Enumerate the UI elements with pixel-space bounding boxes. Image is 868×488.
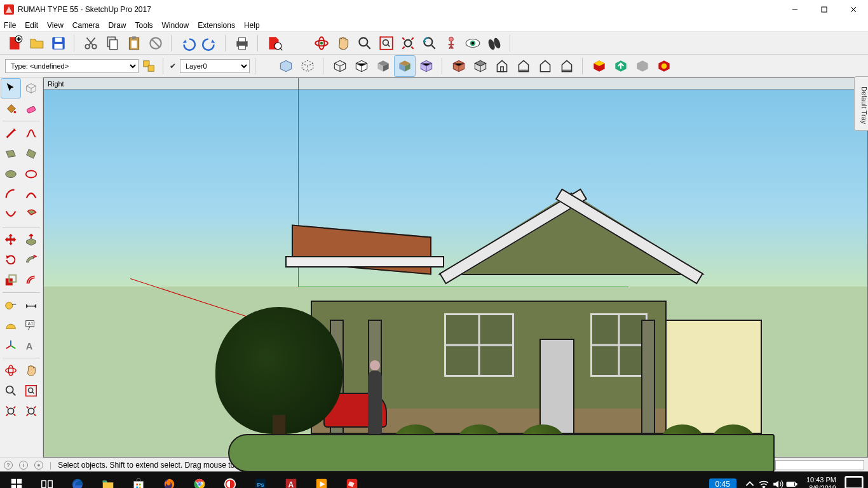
cut-button[interactable] <box>81 33 101 53</box>
menu-help[interactable]: Help <box>244 21 260 30</box>
pan-button[interactable] <box>333 33 353 53</box>
rotated-rectangle-tool[interactable] <box>22 144 41 163</box>
redo-button[interactable] <box>200 33 220 53</box>
open-file-button[interactable] <box>27 33 47 53</box>
save-file-button[interactable] <box>48 33 69 53</box>
component-attributes-button[interactable] <box>140 57 158 75</box>
text-tool[interactable]: A1 <box>22 316 41 335</box>
tape-measure-tool[interactable] <box>1 295 20 315</box>
right-view-button[interactable] <box>513 56 534 76</box>
new-file-button[interactable] <box>5 33 25 53</box>
menu-draw[interactable]: Draw <box>109 21 126 30</box>
maximize-button[interactable] <box>810 0 839 19</box>
previous-view-button[interactable] <box>419 33 440 53</box>
rectangle-tool[interactable] <box>1 144 20 163</box>
paint-bucket-tool[interactable] <box>1 99 20 118</box>
tray-volume-icon[interactable] <box>772 478 783 488</box>
axes-tool[interactable] <box>1 336 20 355</box>
firefox-taskbar-icon[interactable] <box>154 471 184 488</box>
pushpull-tool[interactable] <box>22 230 41 249</box>
menu-view[interactable]: View <box>47 21 64 30</box>
erase-button[interactable] <box>146 33 166 53</box>
shaded-textures-style-button[interactable] <box>395 56 415 76</box>
autocad-taskbar-icon[interactable]: A <box>276 471 306 488</box>
zoom-button[interactable] <box>355 33 375 53</box>
select-tool[interactable] <box>1 79 20 98</box>
menu-file[interactable]: File <box>4 21 16 30</box>
edge-taskbar-icon[interactable] <box>62 471 93 488</box>
left-view-button[interactable] <box>557 56 577 76</box>
tray-battery-icon[interactable] <box>786 478 797 488</box>
zoom-window-tool[interactable] <box>22 381 41 400</box>
print-button[interactable] <box>232 33 252 53</box>
back-view-button[interactable] <box>535 56 555 76</box>
rotate-tool[interactable] <box>1 250 20 269</box>
hiddenline-style-button[interactable] <box>351 56 372 76</box>
menu-tools[interactable]: Tools <box>135 21 153 30</box>
dimension-tool[interactable] <box>22 295 41 315</box>
measurements-input[interactable] <box>775 460 864 470</box>
zoom-tool[interactable] <box>1 381 20 400</box>
action-center-button[interactable] <box>841 471 867 488</box>
extension-warehouse-button[interactable] <box>632 56 653 76</box>
protractor-tool[interactable] <box>1 316 20 335</box>
circle-tool[interactable] <box>1 165 20 184</box>
file-explorer-taskbar-icon[interactable] <box>93 471 123 488</box>
orbit-tool[interactable] <box>1 361 20 380</box>
menu-camera[interactable]: Camera <box>72 21 100 30</box>
app-red-taskbar-icon[interactable] <box>215 471 245 488</box>
menu-edit[interactable]: Edit <box>25 21 38 30</box>
layer-combo[interactable]: Layer0 <box>180 59 250 73</box>
move-tool[interactable] <box>1 230 20 249</box>
shaded-style-button[interactable] <box>373 56 393 76</box>
position-camera-button[interactable] <box>441 33 461 53</box>
zoom-extents-tool[interactable] <box>22 402 41 421</box>
walk-button[interactable] <box>484 33 505 53</box>
sketchup-taskbar-icon[interactable] <box>337 471 367 488</box>
orbit-button[interactable] <box>311 33 332 53</box>
warehouse-share-button[interactable] <box>611 56 631 76</box>
type-combo[interactable]: Type: <undefined> <box>5 59 139 73</box>
warehouse-get-button[interactable] <box>589 56 609 76</box>
backedges-style-button[interactable] <box>297 56 318 76</box>
paste-button[interactable] <box>124 33 144 53</box>
iso-view-button[interactable] <box>449 56 469 76</box>
chrome-taskbar-icon[interactable] <box>184 471 215 488</box>
credits-icon[interactable]: ● <box>34 461 43 470</box>
model-viewport[interactable]: Right <box>43 78 868 458</box>
2point-arc-tool[interactable] <box>22 185 41 204</box>
help-icon[interactable]: ? <box>4 461 13 470</box>
tray-wifi-icon[interactable] <box>758 478 770 488</box>
zoom-previous-tool[interactable] <box>1 402 20 421</box>
photoshop-taskbar-icon[interactable]: Ps <box>245 471 276 488</box>
scale-tool[interactable] <box>1 271 20 290</box>
copy-button[interactable] <box>102 33 123 53</box>
look-around-button[interactable] <box>463 33 483 53</box>
freehand-tool[interactable] <box>22 124 41 143</box>
task-view-button[interactable] <box>32 471 62 488</box>
tray-chevron-up-icon[interactable] <box>744 478 756 488</box>
store-taskbar-icon[interactable] <box>123 471 154 488</box>
followme-tool[interactable] <box>22 250 41 269</box>
cortana-pill[interactable]: 0:45 <box>709 478 736 488</box>
undo-button[interactable] <box>178 33 198 53</box>
zoom-window-button[interactable] <box>376 33 397 53</box>
start-button[interactable] <box>1 471 32 488</box>
minimize-button[interactable] <box>780 0 810 19</box>
monochrome-style-button[interactable] <box>416 56 437 76</box>
3point-arc-tool[interactable] <box>1 205 20 224</box>
geolocation-icon[interactable]: i <box>19 461 28 470</box>
front-view-button[interactable] <box>492 56 512 76</box>
extension-manager-button[interactable] <box>654 56 674 76</box>
top-view-button[interactable] <box>470 56 491 76</box>
line-tool[interactable] <box>1 124 20 143</box>
default-tray-tab[interactable]: Default Tray <box>854 76 868 131</box>
pan-tool[interactable] <box>22 361 41 380</box>
pie-tool[interactable] <box>22 205 41 224</box>
offset-tool[interactable] <box>22 271 41 290</box>
wireframe-style-button[interactable] <box>330 56 350 76</box>
media-player-taskbar-icon[interactable] <box>306 471 337 488</box>
make-component-tool[interactable] <box>22 79 41 98</box>
close-button[interactable] <box>839 0 868 19</box>
eraser-tool[interactable] <box>22 99 41 118</box>
